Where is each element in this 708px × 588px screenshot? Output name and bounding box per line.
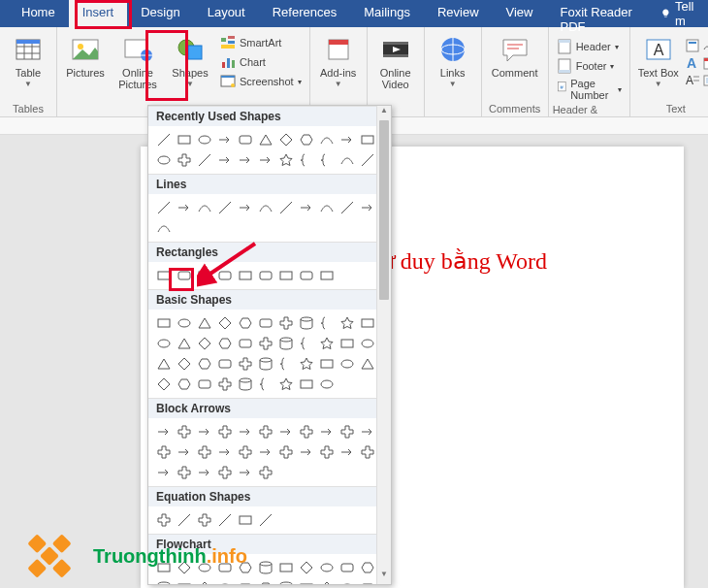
shape-basic-1[interactable] [175,313,194,333]
shape-basic-36[interactable] [215,375,235,394]
shape-equation-1[interactable] [175,510,194,530]
tab-design[interactable]: Design [127,0,193,27]
shape-rectangles-3[interactable] [215,266,235,285]
shape-block-16[interactable] [256,442,275,462]
shape-flowchart-5[interactable] [256,558,275,577]
shape-recent-18[interactable] [297,150,316,170]
shape-equation-2[interactable] [195,510,214,530]
shape-lines-5[interactable] [256,198,275,217]
shape-basic-24[interactable] [195,354,214,374]
shape-basic-28[interactable] [276,354,296,374]
shape-rectangles-4[interactable] [236,266,255,285]
shape-flowchart-17[interactable] [276,578,296,585]
shape-block-6[interactable] [276,422,296,441]
tab-home[interactable]: Home [0,0,69,27]
tab-view[interactable]: View [493,0,547,27]
shape-rectangles-8[interactable] [317,266,337,285]
shape-block-26[interactable] [236,463,255,482]
tab-insert[interactable]: Insert [69,0,128,27]
shape-lines-2[interactable] [195,198,214,217]
shape-rectangles-1[interactable] [175,266,194,285]
shape-equation-3[interactable] [215,510,235,530]
shape-flowchart-8[interactable] [317,558,337,577]
tab-foxit[interactable]: Foxit Reader PDF [546,0,653,27]
shape-block-4[interactable] [236,422,255,441]
shape-lines-11[interactable] [154,218,174,238]
shape-recent-15[interactable] [236,150,255,170]
screenshot-button[interactable]: Screenshot▾ [216,73,306,90]
shape-block-27[interactable] [256,463,275,482]
shape-basic-17[interactable] [276,334,296,353]
shape-rectangles-0[interactable] [154,266,174,285]
shapes-button[interactable]: Shapes ▼ [166,30,214,101]
shape-block-22[interactable] [154,463,174,482]
shape-block-8[interactable] [317,422,337,441]
shape-recent-13[interactable] [195,150,214,170]
shape-lines-1[interactable] [175,198,194,217]
shape-lines-6[interactable] [276,198,296,217]
shape-block-19[interactable] [317,442,337,462]
shape-block-3[interactable] [215,422,235,441]
shape-recent-3[interactable] [215,130,235,149]
shape-basic-39[interactable] [276,375,296,394]
shape-recent-4[interactable] [236,130,255,149]
shape-block-24[interactable] [195,463,214,482]
shape-block-2[interactable] [195,422,214,441]
shape-block-18[interactable] [297,442,316,462]
shape-block-12[interactable] [175,442,194,462]
shape-basic-7[interactable] [297,313,316,333]
shape-flowchart-7[interactable] [297,558,316,577]
shape-recent-5[interactable] [256,130,275,149]
signature-icon[interactable] [702,38,708,53]
shape-basic-41[interactable] [317,375,337,394]
shape-basic-27[interactable] [256,354,275,374]
footer-button[interactable]: Footer▾ [553,57,626,75]
shape-basic-10[interactable] [358,313,377,333]
shape-block-13[interactable] [195,442,214,462]
shape-flowchart-10[interactable] [358,558,377,577]
shape-block-25[interactable] [215,463,235,482]
shape-recent-9[interactable] [338,130,357,149]
shape-recent-8[interactable] [317,130,337,149]
shape-block-15[interactable] [236,442,255,462]
shape-lines-10[interactable] [358,198,377,217]
scroll-down-icon[interactable]: ▼ [377,570,391,584]
shape-basic-3[interactable] [215,313,235,333]
shape-block-1[interactable] [175,422,194,441]
shape-flowchart-6[interactable] [276,558,296,577]
tab-references[interactable]: References [259,0,350,27]
addins-button[interactable]: Add-ins ▼ [314,30,363,101]
shapes-menu-scrollbar[interactable]: ▲ ▼ [376,106,391,584]
shape-basic-16[interactable] [256,334,275,353]
shape-flowchart-18[interactable] [297,578,316,585]
shape-basic-30[interactable] [317,354,337,374]
shape-recent-7[interactable] [297,130,316,149]
shape-block-11[interactable] [154,442,174,462]
shape-basic-8[interactable] [317,313,337,333]
scroll-up-icon[interactable]: ▲ [377,106,391,120]
shape-basic-15[interactable] [236,334,255,353]
shape-basic-14[interactable] [215,334,235,353]
page-number-button[interactable]: # Page Number▾ [553,77,626,102]
shape-basic-22[interactable] [154,354,174,374]
shape-lines-7[interactable] [297,198,316,217]
shape-basic-33[interactable] [154,375,174,394]
shape-recent-2[interactable] [195,130,214,149]
shape-basic-35[interactable] [195,375,214,394]
chart-button[interactable]: Chart [216,53,306,71]
pictures-button[interactable]: Pictures [61,30,110,101]
links-button[interactable]: Links ▼ [429,30,477,101]
shape-basic-13[interactable] [195,334,214,353]
shape-recent-10[interactable] [358,130,377,149]
shape-recent-11[interactable] [154,150,174,170]
shape-rectangles-7[interactable] [297,266,316,285]
shape-block-23[interactable] [175,463,194,482]
shape-lines-3[interactable] [215,198,235,217]
tab-mailings[interactable]: Mailings [350,0,424,27]
drop-cap-icon[interactable]: A [685,73,700,88]
shape-lines-4[interactable] [236,198,255,217]
shape-recent-1[interactable] [175,130,194,149]
shape-equation-5[interactable] [256,510,275,530]
shape-block-9[interactable] [338,422,357,441]
shape-flowchart-16[interactable] [256,578,275,585]
